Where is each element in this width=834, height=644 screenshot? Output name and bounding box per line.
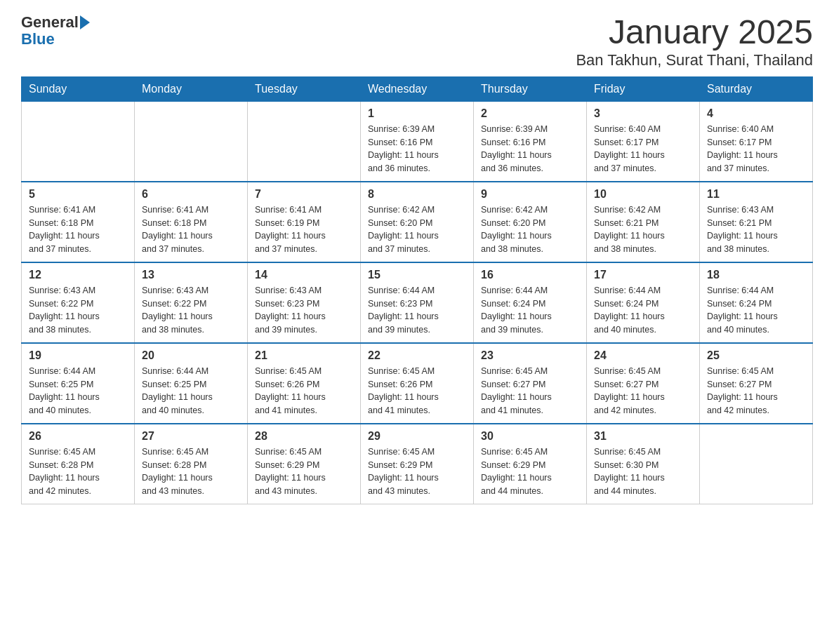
day-number: 6 [142,188,240,201]
day-info: Sunrise: 6:45 AM Sunset: 6:29 PM Dayligh… [368,445,466,498]
table-row: 23Sunrise: 6:45 AM Sunset: 6:27 PM Dayli… [474,343,587,424]
day-number: 26 [29,430,127,443]
table-row: 28Sunrise: 6:45 AM Sunset: 6:29 PM Dayli… [248,424,361,504]
day-info: Sunrise: 6:41 AM Sunset: 6:18 PM Dayligh… [142,203,240,256]
table-row: 15Sunrise: 6:44 AM Sunset: 6:23 PM Dayli… [361,262,474,343]
day-number: 12 [29,269,127,281]
day-number: 25 [707,349,805,362]
day-info: Sunrise: 6:44 AM Sunset: 6:25 PM Dayligh… [142,365,240,417]
table-row: 20Sunrise: 6:44 AM Sunset: 6:25 PM Dayli… [135,343,248,424]
day-number: 14 [255,269,353,281]
day-info: Sunrise: 6:45 AM Sunset: 6:29 PM Dayligh… [481,445,579,498]
page-header: General Blue January 2025 Ban Takhun, Su… [21,14,813,69]
day-info: Sunrise: 6:45 AM Sunset: 6:27 PM Dayligh… [707,365,805,417]
table-row: 3Sunrise: 6:40 AM Sunset: 6:17 PM Daylig… [587,101,700,182]
col-thursday: Thursday [474,76,587,101]
day-number: 3 [594,107,692,120]
table-row [700,424,813,504]
day-info: Sunrise: 6:44 AM Sunset: 6:24 PM Dayligh… [707,284,805,337]
day-info: Sunrise: 6:44 AM Sunset: 6:23 PM Dayligh… [368,284,466,337]
table-row [22,101,135,182]
title-section: January 2025 Ban Takhun, Surat Thani, Th… [576,14,813,69]
col-wednesday: Wednesday [361,76,474,101]
logo-triangle-icon [80,15,90,29]
table-row: 30Sunrise: 6:45 AM Sunset: 6:29 PM Dayli… [474,424,587,504]
day-number: 7 [255,188,353,201]
day-number: 20 [142,349,240,362]
table-row: 19Sunrise: 6:44 AM Sunset: 6:25 PM Dayli… [22,343,135,424]
location-subtitle: Ban Takhun, Surat Thani, Thailand [576,51,813,69]
day-number: 8 [368,188,466,201]
day-number: 24 [594,349,692,362]
day-info: Sunrise: 6:42 AM Sunset: 6:20 PM Dayligh… [368,203,466,256]
col-tuesday: Tuesday [248,76,361,101]
day-info: Sunrise: 6:40 AM Sunset: 6:17 PM Dayligh… [707,123,805,175]
day-info: Sunrise: 6:45 AM Sunset: 6:27 PM Dayligh… [481,365,579,417]
logo-text-blue: Blue [21,30,55,48]
day-number: 1 [368,107,466,120]
day-info: Sunrise: 6:44 AM Sunset: 6:24 PM Dayligh… [594,284,692,337]
col-friday: Friday [587,76,700,101]
day-info: Sunrise: 6:45 AM Sunset: 6:26 PM Dayligh… [368,365,466,417]
day-number: 22 [368,349,466,362]
day-info: Sunrise: 6:45 AM Sunset: 6:30 PM Dayligh… [594,445,692,498]
day-info: Sunrise: 6:45 AM Sunset: 6:29 PM Dayligh… [255,445,353,498]
day-number: 5 [29,188,127,201]
table-row: 26Sunrise: 6:45 AM Sunset: 6:28 PM Dayli… [22,424,135,504]
calendar-header-row: Sunday Monday Tuesday Wednesday Thursday… [22,76,813,101]
table-row: 31Sunrise: 6:45 AM Sunset: 6:30 PM Dayli… [587,424,700,504]
day-number: 21 [255,349,353,362]
table-row: 18Sunrise: 6:44 AM Sunset: 6:24 PM Dayli… [700,262,813,343]
day-info: Sunrise: 6:43 AM Sunset: 6:21 PM Dayligh… [707,203,805,256]
day-info: Sunrise: 6:42 AM Sunset: 6:21 PM Dayligh… [594,203,692,256]
calendar-week-row: 26Sunrise: 6:45 AM Sunset: 6:28 PM Dayli… [22,424,813,504]
table-row: 22Sunrise: 6:45 AM Sunset: 6:26 PM Dayli… [361,343,474,424]
table-row: 14Sunrise: 6:43 AM Sunset: 6:23 PM Dayli… [248,262,361,343]
day-number: 27 [142,430,240,443]
day-info: Sunrise: 6:40 AM Sunset: 6:17 PM Dayligh… [594,123,692,175]
day-number: 29 [368,430,466,443]
day-info: Sunrise: 6:41 AM Sunset: 6:18 PM Dayligh… [29,203,127,256]
day-number: 19 [29,349,127,362]
table-row: 1Sunrise: 6:39 AM Sunset: 6:16 PM Daylig… [361,101,474,182]
table-row: 17Sunrise: 6:44 AM Sunset: 6:24 PM Dayli… [587,262,700,343]
day-number: 13 [142,269,240,281]
calendar-week-row: 5Sunrise: 6:41 AM Sunset: 6:18 PM Daylig… [22,182,813,262]
table-row: 27Sunrise: 6:45 AM Sunset: 6:28 PM Dayli… [135,424,248,504]
table-row: 16Sunrise: 6:44 AM Sunset: 6:24 PM Dayli… [474,262,587,343]
day-number: 16 [481,269,579,281]
table-row: 5Sunrise: 6:41 AM Sunset: 6:18 PM Daylig… [22,182,135,262]
table-row: 4Sunrise: 6:40 AM Sunset: 6:17 PM Daylig… [700,101,813,182]
day-info: Sunrise: 6:43 AM Sunset: 6:23 PM Dayligh… [255,284,353,337]
day-info: Sunrise: 6:44 AM Sunset: 6:24 PM Dayligh… [481,284,579,337]
col-monday: Monday [135,76,248,101]
day-number: 17 [594,269,692,281]
table-row: 25Sunrise: 6:45 AM Sunset: 6:27 PM Dayli… [700,343,813,424]
day-info: Sunrise: 6:45 AM Sunset: 6:28 PM Dayligh… [142,445,240,498]
day-number: 10 [594,188,692,201]
day-number: 18 [707,269,805,281]
table-row: 11Sunrise: 6:43 AM Sunset: 6:21 PM Dayli… [700,182,813,262]
day-info: Sunrise: 6:45 AM Sunset: 6:28 PM Dayligh… [29,445,127,498]
table-row: 21Sunrise: 6:45 AM Sunset: 6:26 PM Dayli… [248,343,361,424]
calendar-week-row: 1Sunrise: 6:39 AM Sunset: 6:16 PM Daylig… [22,101,813,182]
day-info: Sunrise: 6:39 AM Sunset: 6:16 PM Dayligh… [481,123,579,175]
table-row: 12Sunrise: 6:43 AM Sunset: 6:22 PM Dayli… [22,262,135,343]
day-number: 4 [707,107,805,120]
table-row: 13Sunrise: 6:43 AM Sunset: 6:22 PM Dayli… [135,262,248,343]
day-number: 23 [481,349,579,362]
calendar-week-row: 12Sunrise: 6:43 AM Sunset: 6:22 PM Dayli… [22,262,813,343]
calendar-week-row: 19Sunrise: 6:44 AM Sunset: 6:25 PM Dayli… [22,343,813,424]
month-title: January 2025 [576,14,813,51]
day-info: Sunrise: 6:45 AM Sunset: 6:27 PM Dayligh… [594,365,692,417]
table-row: 7Sunrise: 6:41 AM Sunset: 6:19 PM Daylig… [248,182,361,262]
day-info: Sunrise: 6:44 AM Sunset: 6:25 PM Dayligh… [29,365,127,417]
table-row [248,101,361,182]
table-row: 29Sunrise: 6:45 AM Sunset: 6:29 PM Dayli… [361,424,474,504]
day-info: Sunrise: 6:41 AM Sunset: 6:19 PM Dayligh… [255,203,353,256]
calendar-table: Sunday Monday Tuesday Wednesday Thursday… [21,76,813,504]
day-number: 9 [481,188,579,201]
day-info: Sunrise: 6:45 AM Sunset: 6:26 PM Dayligh… [255,365,353,417]
day-number: 2 [481,107,579,120]
logo: General Blue [21,14,90,48]
